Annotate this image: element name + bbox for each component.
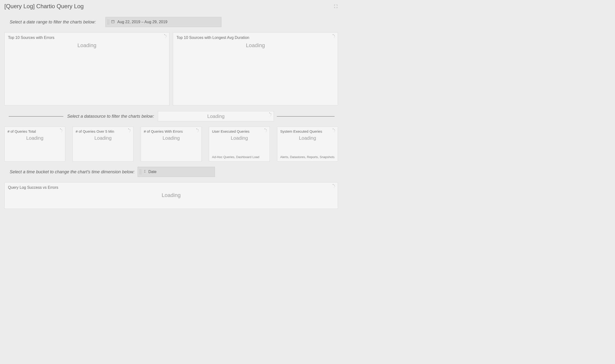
loading-spinner-icon: [263, 128, 267, 133]
panel-title: # of Queries Over 5 Min: [76, 129, 130, 133]
panel-title: # of Queries Total: [8, 129, 62, 133]
svg-point-2: [166, 35, 166, 36]
svg-point-6: [334, 35, 335, 36]
svg-point-16: [61, 132, 62, 132]
panel-top-sources-errors[interactable]: Top 10 Sources with Errors Loading: [4, 32, 170, 105]
loading-text: Loading: [144, 135, 198, 141]
panel-footer: Alerts, Datastores, Reports, Snapshots: [280, 155, 335, 159]
svg-point-9: [269, 113, 270, 113]
divider-line: [9, 116, 63, 117]
timebucket-filter-row: Select a time bucket to change the chart…: [4, 167, 338, 177]
panel-queries-over-5min[interactable]: # of Queries Over 5 Min Loading: [73, 127, 133, 161]
loading-spinner-icon: [331, 128, 335, 133]
date-range-value: Aug 22, 2019 – Aug 29, 2019: [117, 20, 167, 24]
svg-point-30: [334, 129, 335, 130]
text-cursor-icon: [143, 169, 146, 174]
loading-spinner-icon: [162, 34, 167, 39]
loading-spinner-icon: [126, 128, 131, 133]
drag-handle-icon[interactable]: [107, 19, 109, 25]
svg-point-14: [61, 129, 62, 130]
loading-text: Loading: [8, 192, 334, 198]
svg-point-11: [271, 115, 272, 115]
svg-point-27: [266, 131, 267, 131]
date-range-filter-row: Select a date range to filter the charts…: [4, 17, 338, 27]
loading-spinner-icon: [331, 184, 335, 188]
svg-point-12: [270, 116, 271, 116]
panel-queries-total[interactable]: # of Queries Total Loading: [4, 127, 65, 161]
svg-point-19: [130, 131, 131, 131]
drag-handle-icon[interactable]: [139, 169, 142, 174]
panel-user-executed-queries[interactable]: User Executed Queries Loading Ad-Hoc Que…: [209, 127, 270, 161]
panel-footer: Ad-Hoc Queries, Dashboard Load: [212, 155, 267, 159]
svg-point-29: [333, 129, 334, 129]
svg-point-10: [271, 113, 271, 114]
panel-title: Top 10 Sources with Longest Avg Duration: [176, 36, 334, 40]
page-title: [Query Log] Chartio Query Log: [4, 3, 84, 10]
panel-queries-with-errors[interactable]: # of Queries With Errors Loading: [141, 127, 202, 161]
panel-title: User Executed Queries: [212, 129, 267, 133]
svg-point-24: [197, 132, 198, 132]
loading-text: Loading: [280, 135, 335, 141]
svg-point-1: [164, 34, 165, 35]
date-range-picker[interactable]: Aug 22, 2019 – Aug 29, 2019: [105, 17, 222, 27]
svg-point-36: [334, 187, 334, 188]
svg-point-5: [333, 34, 334, 35]
loading-spinner-icon: [331, 34, 335, 39]
timebucket-value: Date: [148, 170, 157, 174]
svg-point-17: [128, 129, 129, 129]
panel-top-sources-duration[interactable]: Top 10 Sources with Longest Avg Duration…: [173, 32, 338, 105]
svg-point-28: [266, 132, 266, 132]
loading-spinner-icon: [195, 128, 199, 133]
svg-point-33: [333, 184, 334, 185]
svg-point-7: [335, 37, 335, 37]
loading-text: Loading: [212, 135, 267, 141]
svg-point-13: [60, 129, 61, 129]
svg-rect-0: [111, 20, 114, 23]
panel-title: # of Queries With Errors: [144, 129, 198, 133]
loading-text: Loading: [8, 42, 166, 49]
svg-point-34: [334, 185, 335, 185]
svg-point-31: [335, 131, 335, 131]
svg-point-18: [130, 129, 130, 130]
svg-point-8: [334, 38, 334, 38]
datasource-filter-row: Select a datasource to filter the charts…: [4, 111, 338, 121]
svg-point-21: [196, 129, 197, 129]
panel-success-vs-errors[interactable]: Query Log Success vs Errors Loading: [4, 182, 338, 209]
timebucket-select[interactable]: Date: [138, 167, 215, 177]
panel-title: Top 10 Sources with Errors: [8, 36, 166, 40]
svg-point-4: [165, 38, 166, 38]
date-range-label: Select a date range to filter the charts…: [10, 20, 96, 25]
loading-text: Loading: [76, 135, 130, 141]
timebucket-label: Select a time bucket to change the chart…: [10, 169, 135, 174]
svg-point-3: [166, 37, 167, 37]
svg-point-23: [198, 131, 199, 131]
svg-point-26: [266, 129, 266, 130]
divider-line: [277, 116, 335, 117]
svg-point-22: [198, 129, 198, 130]
svg-point-35: [335, 186, 335, 187]
fullscreen-icon[interactable]: [334, 4, 338, 8]
svg-point-32: [334, 132, 334, 132]
loading-spinner-icon: [58, 128, 63, 133]
loading-text: Loading: [176, 42, 334, 49]
svg-point-25: [265, 129, 265, 129]
datasource-select[interactable]: Loading: [158, 111, 274, 121]
svg-point-15: [62, 131, 62, 131]
svg-point-20: [129, 132, 130, 132]
datasource-label: Select a datasource to filter the charts…: [66, 114, 155, 119]
panel-title: System Executed Queries: [280, 129, 335, 133]
datasource-loading-text: Loading: [208, 114, 224, 119]
loading-text: Loading: [8, 135, 62, 141]
calendar-icon: [111, 20, 115, 25]
loading-spinner-icon: [267, 112, 272, 117]
panel-system-executed-queries[interactable]: System Executed Queries Loading Alerts, …: [277, 127, 338, 161]
panel-title: Query Log Success vs Errors: [8, 185, 334, 190]
